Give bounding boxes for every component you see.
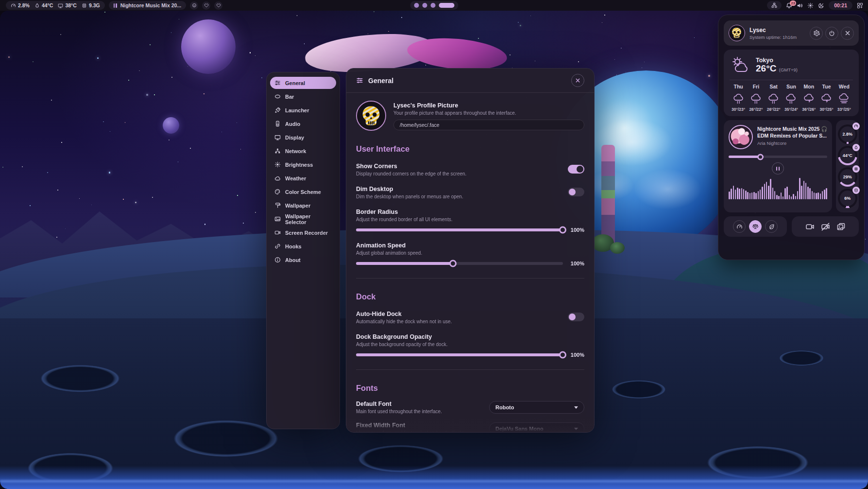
visualizer-bar bbox=[729, 192, 730, 199]
horizon-line bbox=[0, 480, 868, 482]
visualizer-bar bbox=[753, 192, 755, 199]
setting-title: Auto-Hide Dock bbox=[356, 311, 561, 317]
temp-stat: 44°C bbox=[34, 2, 53, 8]
show-corners-toggle[interactable] bbox=[568, 165, 584, 174]
workspace-dot[interactable] bbox=[414, 3, 419, 8]
close-button[interactable] bbox=[571, 74, 584, 87]
default-font-dropdown[interactable]: Roboto bbox=[489, 401, 584, 414]
setting-title: Show Corners bbox=[356, 163, 561, 170]
overview-button[interactable] bbox=[857, 2, 863, 9]
leaf-icon bbox=[768, 224, 775, 230]
performance-profile-button[interactable] bbox=[733, 220, 746, 233]
fixed-width-font-dropdown[interactable]: DejaVu Sans Mono bbox=[489, 422, 584, 433]
sidebar-item-about[interactable]: About bbox=[270, 254, 336, 266]
balanced-profile-button[interactable] bbox=[749, 220, 762, 233]
workspaces-module bbox=[410, 1, 458, 10]
sidebar-item-color-scheme[interactable]: Color Scheme bbox=[270, 186, 336, 198]
crater bbox=[767, 348, 835, 371]
avatar[interactable] bbox=[356, 101, 386, 131]
sidebar-item-general[interactable]: General bbox=[270, 77, 336, 89]
sidebar-item-wallpaper-selector[interactable]: Wallpaper Selector bbox=[270, 213, 336, 225]
sidebar-item-weather[interactable]: Weather bbox=[270, 172, 336, 184]
record-off-button[interactable] bbox=[821, 222, 830, 231]
slider-value: 100% bbox=[568, 227, 584, 233]
visualizer-bar bbox=[739, 189, 740, 199]
media-title: Nightcore Music Mix 20... bbox=[120, 2, 181, 8]
sun-icon bbox=[274, 161, 281, 168]
likes-button[interactable] bbox=[214, 1, 222, 10]
link-icon bbox=[274, 243, 281, 249]
visualizer-bar bbox=[741, 188, 743, 199]
bot-button[interactable] bbox=[190, 1, 198, 10]
display-icon bbox=[274, 134, 281, 140]
sidebar-item-launcher[interactable]: Launcher bbox=[270, 104, 336, 116]
clock: 00:21 bbox=[834, 2, 847, 8]
cloud-icon bbox=[274, 175, 281, 181]
username: Lysec bbox=[749, 27, 807, 34]
memory-icon bbox=[82, 3, 87, 8]
profile-path-input[interactable] bbox=[393, 120, 584, 130]
workspace-active[interactable] bbox=[439, 3, 454, 8]
visualizer-bar bbox=[766, 182, 767, 199]
workspace-dot[interactable] bbox=[430, 3, 435, 8]
sun-cloud-icon bbox=[730, 54, 751, 76]
close-panel-button[interactable] bbox=[841, 27, 854, 40]
sidebar-item-wallpaper[interactable]: Wallpaper bbox=[270, 199, 336, 211]
forecast-temps: 30°/23° 26°/22° 26°/22° 35°/24° 36°/26° … bbox=[730, 107, 853, 112]
clock-module[interactable]: 00:21 bbox=[829, 1, 852, 10]
pause-button[interactable] bbox=[772, 162, 784, 175]
visualizer-bar bbox=[770, 179, 771, 199]
sidebar-item-network[interactable]: Network bbox=[270, 145, 336, 157]
speedometer-icon bbox=[736, 224, 743, 230]
screenshot-button[interactable] bbox=[836, 222, 846, 231]
forecast-temp: 36°/26° bbox=[800, 107, 817, 112]
settings-button[interactable] bbox=[810, 27, 823, 40]
rocket-icon bbox=[274, 107, 281, 113]
close-icon bbox=[845, 30, 851, 36]
animation-speed-slider[interactable] bbox=[356, 262, 563, 265]
weather-temp: 26°C bbox=[756, 63, 776, 73]
slider-value: 100% bbox=[568, 261, 584, 266]
volume-button[interactable] bbox=[797, 2, 803, 9]
workspace-dot[interactable] bbox=[422, 3, 427, 8]
dim-desktop-toggle[interactable] bbox=[568, 188, 584, 196]
temp-gauge: 44°C bbox=[837, 145, 858, 166]
audio-visualizer bbox=[729, 178, 827, 199]
border-radius-slider[interactable] bbox=[356, 228, 563, 231]
forecast-day: Fri bbox=[747, 84, 765, 89]
power-button[interactable] bbox=[825, 27, 838, 40]
cpu-stat: 2.8% bbox=[11, 2, 30, 8]
auto-hide-dock-toggle[interactable] bbox=[568, 313, 584, 321]
sidebar-item-bar[interactable]: Bar bbox=[270, 90, 336, 103]
crater bbox=[19, 360, 141, 402]
sidebar-item-brightness[interactable]: Brightness bbox=[270, 158, 336, 171]
sidebar-item-hooks[interactable]: Hooks bbox=[270, 240, 336, 252]
visualizer-bar bbox=[805, 183, 807, 199]
visualizer-bar bbox=[824, 190, 825, 199]
forecast-temp: 30°/25° bbox=[817, 107, 835, 112]
media-module[interactable]: Nightcore Music Mix 20... bbox=[109, 1, 186, 10]
power-profile-group bbox=[724, 216, 787, 237]
visualizer-bar bbox=[762, 187, 763, 199]
notifications-button[interactable]: 23 bbox=[786, 2, 792, 9]
settings-header: General bbox=[346, 69, 594, 93]
forecast-temp: 26°/22° bbox=[747, 107, 765, 112]
sidebar-item-screen-recorder[interactable]: Screen Recorder bbox=[270, 227, 336, 239]
section-heading-fonts: Fonts bbox=[356, 384, 584, 393]
dock-opacity-slider[interactable] bbox=[356, 353, 563, 356]
sidebar-item-display[interactable]: Display bbox=[270, 131, 336, 143]
track-title-line1: Nightcore Music Mix 2025 🎧 bbox=[757, 125, 827, 132]
network-module[interactable] bbox=[767, 1, 782, 10]
brightness-button[interactable] bbox=[807, 2, 814, 9]
night-mode-button[interactable] bbox=[818, 2, 824, 9]
palette-icon bbox=[274, 189, 281, 195]
favorites-button[interactable] bbox=[202, 1, 210, 10]
screen-record-button[interactable] bbox=[805, 222, 815, 231]
seek-slider[interactable] bbox=[729, 156, 827, 158]
visualizer-bar bbox=[826, 188, 827, 199]
power-saver-profile-button[interactable] bbox=[765, 220, 778, 233]
speedometer-icon bbox=[11, 3, 16, 8]
setting-dim-desktop: Dim Desktop Dim the desktop when panels … bbox=[356, 186, 584, 199]
sidebar-item-audio[interactable]: Audio bbox=[270, 118, 336, 130]
media-player-card: Nightcore Music Mix 2025 🎧 EDM Remixes o… bbox=[724, 120, 832, 212]
